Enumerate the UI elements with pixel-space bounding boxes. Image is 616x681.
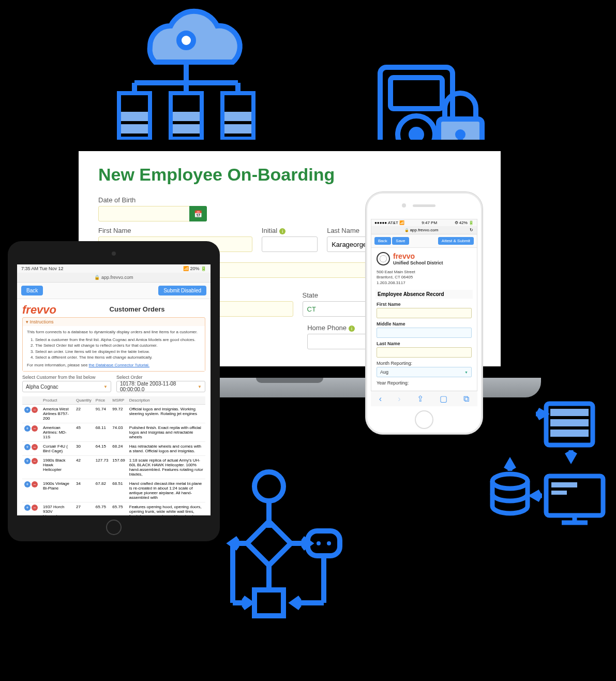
delete-row-icon[interactable]: − <box>32 444 38 450</box>
p-last-name-label: Last Name <box>377 341 472 346</box>
share-icon[interactable]: ⇪ <box>417 394 424 404</box>
phone-url-bar[interactable]: 🔒app.frevvo.com↻ <box>371 226 477 234</box>
order-select[interactable]: 10178: Date 2003-11-08 00:00:00.0▼ <box>116 381 205 392</box>
cloud-servers-icon <box>98 5 269 150</box>
calendar-icon[interactable]: 📅 <box>189 206 207 221</box>
p-first-name-input[interactable] <box>377 308 472 318</box>
select-order-label: Select Order <box>116 375 205 380</box>
svg-rect-7 <box>121 112 148 121</box>
p-last-name-input[interactable] <box>377 347 472 358</box>
svg-point-29 <box>327 541 331 545</box>
attest-submit-button[interactable]: Attest & Submit <box>438 237 474 245</box>
p-first-name-label: First Name <box>377 302 472 307</box>
svg-rect-38 <box>550 419 589 426</box>
instructions-header[interactable]: ▾ Instructions <box>23 318 205 326</box>
panel-title: Customer Orders <box>69 305 205 313</box>
add-row-icon[interactable]: + <box>24 458 31 464</box>
svg-rect-14 <box>224 124 251 134</box>
section-title: Employee Absence Record <box>375 290 473 299</box>
integration-icon <box>484 398 613 554</box>
instructions-intro: This form connects to a database to dyna… <box>27 329 201 335</box>
p-middle-name-label: Middle Name <box>377 321 472 327</box>
delete-row-icon[interactable]: − <box>32 481 38 487</box>
table-row: +− Corsair F4U ( Bird Cage)3064.1568.24H… <box>22 442 205 456</box>
svg-rect-24 <box>247 522 291 566</box>
seal-icon <box>377 252 390 265</box>
add-row-icon[interactable]: + <box>24 407 31 413</box>
tablet-back-button[interactable]: Back <box>21 286 43 295</box>
nav-forward-icon[interactable]: › <box>398 394 400 404</box>
initial-input[interactable] <box>262 236 318 252</box>
safari-toolbar: ‹ › ⇪ ▢ ⧉ <box>371 391 477 406</box>
instruction-step: Select an order. Line items will be disp… <box>35 349 201 354</box>
svg-rect-42 <box>551 482 577 487</box>
svg-point-18 <box>411 129 422 140</box>
add-row-icon[interactable]: + <box>24 481 31 487</box>
table-row: +− 1937 Horch 930V Limousine2765.7565.75… <box>22 502 205 515</box>
svg-rect-41 <box>546 476 603 515</box>
customer-select[interactable]: Alpha Cognac▼ <box>22 381 111 392</box>
svg-rect-37 <box>550 409 589 416</box>
orders-table: Product Quantity Price MSRP Description … <box>22 396 205 515</box>
phone-brand: frevvo <box>393 252 415 260</box>
tablet-submit-button[interactable]: Submit Disabled <box>158 286 206 295</box>
phone-home-button[interactable] <box>415 410 433 429</box>
year-label: Year Reporting: <box>377 380 472 386</box>
nav-back-icon[interactable]: ‹ <box>379 394 382 404</box>
flowchart-icon <box>217 466 352 626</box>
tabs-icon[interactable]: ⧉ <box>463 394 469 404</box>
tutorial-link[interactable]: the Database Connector Tutorial. <box>89 363 149 367</box>
svg-rect-16 <box>390 78 442 109</box>
svg-point-40 <box>492 474 528 488</box>
phone-subtitle: Unified School District <box>393 260 443 265</box>
phone-back-button[interactable]: Back <box>374 237 391 245</box>
add-row-icon[interactable]: + <box>24 425 31 432</box>
add-row-icon[interactable]: + <box>24 505 31 511</box>
select-customer-label: Select Customer from the list below <box>22 375 111 380</box>
table-row: +− America West Airlines B757-2002291.74… <box>22 405 205 423</box>
svg-rect-13 <box>224 112 251 121</box>
svg-rect-8 <box>121 124 148 134</box>
first-name-label: First Name <box>98 227 252 234</box>
delete-row-icon[interactable]: − <box>32 425 38 432</box>
add-row-icon[interactable]: + <box>24 444 31 450</box>
tablet-device: 7:35 AM Tue Nov 12 📶 20% 🔋 🔒 app.frevvo.… <box>8 241 220 541</box>
tablet-url-bar[interactable]: 🔒 app.frevvo.com <box>17 273 211 283</box>
svg-rect-33 <box>254 590 283 616</box>
instruction-step: Select a different order. The line items… <box>35 354 201 360</box>
instruction-step: Select a customer from the first list. A… <box>35 337 201 343</box>
svg-rect-39 <box>550 430 589 437</box>
svg-point-0 <box>179 33 193 48</box>
phone-save-button[interactable]: Save <box>392 237 409 245</box>
month-label: Month Reporting: <box>377 361 472 366</box>
delete-row-icon[interactable]: − <box>32 407 38 413</box>
address-block: 500 East Main Street Branford, CT 06405 … <box>377 270 472 286</box>
table-row: +− American Airlines: MD-11S4568.1174.03… <box>22 423 205 442</box>
instructions-panel: ▾ Instructions This form connects to a d… <box>22 317 205 372</box>
tablet-home-button[interactable] <box>106 520 122 535</box>
delete-row-icon[interactable]: − <box>32 458 38 464</box>
svg-rect-10 <box>173 112 200 121</box>
table-row: +− 1980s Black Hawk Helicopter42127.7315… <box>22 456 205 479</box>
phone-status-bar: ●●●●● AT&T 📶 9:47 PM ⚙ 42% 🔋 <box>371 219 477 226</box>
svg-point-22 <box>254 472 283 501</box>
delete-row-icon[interactable]: − <box>32 505 38 511</box>
svg-point-28 <box>317 541 321 545</box>
form-title: New Employee On-Boarding <box>98 165 481 185</box>
initial-label: Initiali <box>262 227 318 234</box>
table-row: +− 1900s Vintage Bi-Plane3467.8268.51Han… <box>22 479 205 502</box>
p-middle-name-input[interactable] <box>377 328 472 338</box>
tablet-status-bar: 7:35 AM Tue Nov 12 📶 20% 🔋 <box>17 264 211 273</box>
month-select[interactable]: Aug▼ <box>377 367 472 377</box>
svg-rect-43 <box>551 491 567 495</box>
frevvo-logo: frevvo <box>22 303 56 317</box>
phone-device: ●●●●● AT&T 📶 9:47 PM ⚙ 42% 🔋 🔒app.frevvo… <box>365 191 483 435</box>
bookmarks-icon[interactable]: ▢ <box>440 394 447 404</box>
svg-rect-11 <box>173 124 200 134</box>
instruction-step: The Select Order list will change to ref… <box>35 343 201 348</box>
